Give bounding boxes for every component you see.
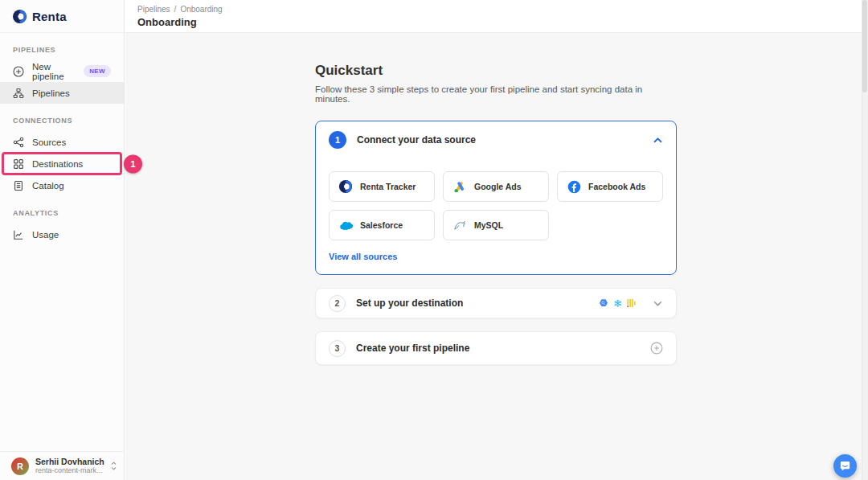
quickstart-panel: Quickstart Follow these 3 simple steps t… (315, 63, 677, 365)
page-header: Pipelines / Onboarding Onboarding (125, 0, 868, 33)
sidebar-item-label: Catalog (32, 181, 64, 191)
sidebar-item-label: New pipeline (32, 62, 76, 81)
chat-bubble-icon (839, 460, 851, 472)
sidebar-section-connections: CONNECTIONS (13, 117, 111, 125)
sidebar: Renta PIPELINES New pipeline NEW Pipelin… (0, 0, 125, 480)
source-tile-mysql[interactable]: MySQL (443, 210, 549, 240)
step3-title: Create your first pipeline (356, 343, 469, 354)
plus-circle-expand-icon[interactable] (650, 342, 663, 355)
catalog-document-icon (13, 180, 24, 191)
breadcrumb-separator: / (174, 5, 177, 14)
user-workspace: renta-content-mark... (35, 466, 104, 474)
renta-logo-icon (12, 9, 27, 24)
step1-card: 1 Connect your data source Renta Tracker (315, 121, 677, 275)
source-tile-label: MySQL (474, 220, 503, 230)
step1-number-badge: 1 (329, 131, 346, 149)
page-title: Onboarding (137, 16, 868, 28)
sidebar-item-destinations[interactable]: Destinations 1 (0, 153, 124, 174)
source-tile-label: Renta Tracker (360, 182, 416, 191)
scrollbar-thumb[interactable] (862, 0, 867, 92)
source-tile-label: Google Ads (474, 182, 522, 191)
step1-header[interactable]: 1 Connect your data source (316, 121, 676, 158)
user-menu[interactable]: R Serhii Dovhanich renta-content-mark... (0, 451, 124, 480)
scrollbar-track (862, 0, 868, 480)
breadcrumb: Pipelines / Onboarding (137, 5, 868, 14)
chevron-up-down-icon (110, 461, 117, 471)
sidebar-section-pipelines: PIPELINES (13, 46, 111, 54)
new-badge: NEW (84, 65, 111, 77)
sidebar-item-usage[interactable]: Usage (0, 224, 124, 245)
google-ads-icon (452, 180, 467, 194)
app-logo-text: Renta (32, 10, 67, 23)
quickstart-subtitle: Follow these 3 simple steps to create yo… (315, 84, 677, 104)
source-tile-facebook-ads[interactable]: Facebook Ads (557, 171, 663, 202)
clickhouse-icon (627, 298, 636, 308)
sidebar-item-label: Usage (32, 230, 59, 240)
chart-line-icon (13, 229, 24, 240)
user-name: Serhii Dovhanich (35, 457, 104, 466)
salesforce-icon (338, 219, 353, 231)
quickstart-title: Quickstart (315, 63, 677, 79)
sitemap-icon (13, 88, 24, 99)
facebook-icon (567, 180, 581, 194)
breadcrumb-current: Onboarding (180, 5, 222, 14)
source-tiles: Renta Tracker Google Ads Facebook Ads (316, 158, 676, 240)
sidebar-item-new-pipeline[interactable]: New pipeline NEW (0, 60, 124, 82)
source-tile-renta-tracker[interactable]: Renta Tracker (329, 171, 435, 202)
sidebar-item-label: Pipelines (32, 88, 70, 98)
share-nodes-icon (13, 137, 24, 148)
step2-title: Set up your destination (356, 297, 463, 309)
sidebar-item-sources[interactable]: Sources (0, 131, 124, 153)
source-tile-label: Salesforce (360, 220, 403, 230)
breadcrumb-pipelines[interactable]: Pipelines (137, 5, 170, 14)
annotation-step-badge: 1 (124, 154, 142, 173)
step1-title: Connect your data source (357, 134, 476, 146)
chevron-up-icon[interactable] (653, 135, 663, 146)
bigquery-icon (599, 298, 608, 308)
step3-number-badge: 3 (329, 340, 346, 357)
destination-preview-icons: ❄ (599, 298, 636, 309)
step3-card[interactable]: 3 Create your first pipeline (315, 331, 677, 365)
grid-icon (13, 158, 24, 170)
chat-widget-button[interactable] (833, 454, 857, 478)
sidebar-item-label: Sources (32, 137, 66, 147)
sidebar-item-catalog[interactable]: Catalog (0, 174, 124, 196)
app-window: Renta PIPELINES New pipeline NEW Pipelin… (0, 0, 868, 480)
view-all-sources-link[interactable]: View all sources (316, 240, 410, 274)
mysql-dolphin-icon (452, 218, 467, 232)
plus-circle-icon (13, 66, 24, 77)
app-logo[interactable]: Renta (0, 0, 124, 33)
sidebar-item-label: Destinations (32, 159, 83, 169)
sidebar-section-analytics: ANALYTICS (13, 209, 111, 217)
step2-card[interactable]: 2 Set up your destination ❄ (315, 288, 677, 318)
snowflake-icon: ❄ (613, 298, 622, 309)
source-tile-label: Facebook Ads (588, 182, 645, 191)
main-area: Quickstart Follow these 3 simple steps t… (125, 33, 868, 480)
sidebar-item-pipelines[interactable]: Pipelines (0, 82, 124, 104)
chevron-down-icon[interactable] (653, 298, 663, 309)
source-tile-salesforce[interactable]: Salesforce (329, 210, 435, 240)
renta-tracker-icon (338, 179, 353, 194)
avatar: R (11, 457, 29, 475)
step2-number-badge: 2 (329, 295, 346, 312)
source-tile-google-ads[interactable]: Google Ads (443, 171, 549, 202)
